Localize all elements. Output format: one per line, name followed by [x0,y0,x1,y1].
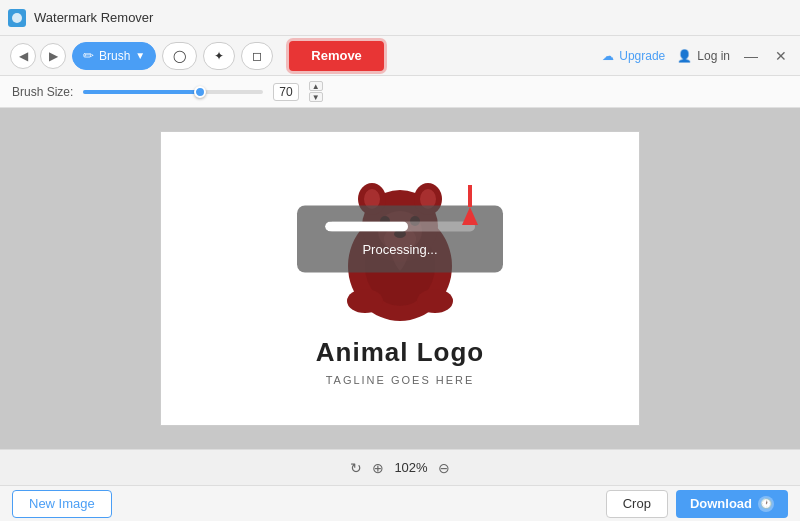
app-title: Watermark Remover [34,10,153,25]
processing-overlay: Processing... [297,205,503,272]
back-icon: ◀ [19,49,28,63]
logo-tagline: TAGLINE GOES HERE [326,374,475,386]
title-bar: Watermark Remover [0,0,800,36]
header-right: ☁ Upgrade 👤 Log in — ✕ [602,47,790,65]
back-button[interactable]: ◀ [10,43,36,69]
svg-point-0 [12,13,22,23]
lasso-icon: ◯ [173,49,186,63]
processing-text: Processing... [362,241,437,256]
svg-point-14 [417,289,453,313]
progress-bar [325,221,475,231]
login-button[interactable]: 👤 Log in [677,49,730,63]
brush-size-bar: Brush Size: 70 ▲ ▼ [0,76,800,108]
login-label: Log in [697,49,730,63]
nav-group: ◀ ▶ [10,43,66,69]
logo-title: Animal Logo [316,337,484,368]
brush-tool-button[interactable]: ✏ Brush ▼ [72,42,156,70]
eraser-icon: ◻ [252,49,262,63]
clock-icon: 🕐 [760,498,772,509]
polygon-icon: ✦ [214,49,224,63]
lasso-tool-button[interactable]: ◯ [162,42,197,70]
zoom-bar: ↻ ⊕ 102% ⊖ [0,449,800,485]
upgrade-icon: ☁ [602,49,614,63]
progress-fill [325,221,408,231]
logo-area: Processing... Animal Logo TAGLINE GOES H… [316,171,484,386]
upgrade-label: Upgrade [619,49,665,63]
canvas-area: Processing... Animal Logo TAGLINE GOES H… [0,108,800,449]
image-canvas[interactable]: Processing... Animal Logo TAGLINE GOES H… [160,131,640,426]
toolbar: ◀ ▶ ✏ Brush ▼ ◯ ✦ ◻ Remove ☁ Upgr [0,36,800,76]
zoom-in-icon[interactable]: ⊕ [372,460,384,476]
polygon-tool-button[interactable]: ✦ [203,42,235,70]
close-button[interactable]: ✕ [772,47,790,65]
crop-button[interactable]: Crop [606,490,668,518]
download-clock-icon: 🕐 [758,496,774,512]
brush-label: Brush [99,49,130,63]
download-label: Download [690,496,752,511]
brush-up-button[interactable]: ▲ [309,81,323,91]
upgrade-button[interactable]: ☁ Upgrade [602,49,665,63]
eraser-tool-button[interactable]: ◻ [241,42,273,70]
zoom-out-icon[interactable]: ⊖ [438,460,450,476]
user-icon: 👤 [677,49,692,63]
rotate-icon[interactable]: ↻ [350,460,362,476]
brush-down-button[interactable]: ▼ [309,92,323,102]
download-button[interactable]: Download 🕐 [676,490,788,518]
app-window: Watermark Remover ◀ ▶ ✏ Brush ▼ ◯ ✦ ◻ [0,0,800,521]
brush-value: 70 [273,83,298,101]
brush-size-label: Brush Size: [12,85,73,99]
bottom-right-actions: Crop Download 🕐 [606,490,788,518]
zoom-level: 102% [394,460,427,475]
minimize-button[interactable]: — [742,47,760,65]
brush-slider-thumb[interactable] [194,86,206,98]
new-image-button[interactable]: New Image [12,490,112,518]
brush-arrows: ▲ ▼ [309,81,323,102]
brush-icon: ✏ [83,48,94,63]
bottom-bar: New Image Crop Download 🕐 [0,485,800,521]
brush-slider-fill [83,90,200,94]
remove-button[interactable]: Remove [289,41,384,71]
forward-button[interactable]: ▶ [40,43,66,69]
brush-slider[interactable] [83,90,263,94]
forward-icon: ▶ [49,49,58,63]
svg-point-13 [347,289,383,313]
brush-dropdown-icon: ▼ [135,50,145,61]
app-logo [8,9,26,27]
